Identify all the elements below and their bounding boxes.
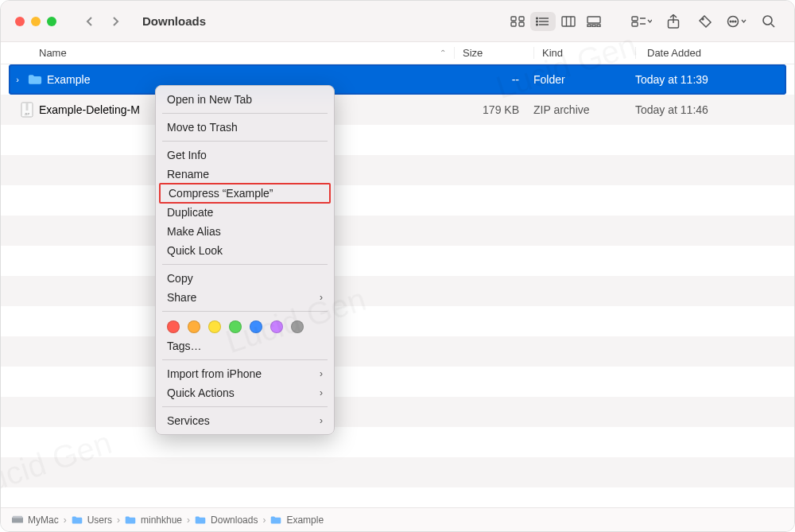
tag-purple[interactable]	[270, 320, 283, 333]
svg-rect-30	[26, 103, 29, 111]
column-view-button[interactable]	[556, 12, 581, 31]
icon-view-button[interactable]	[505, 12, 530, 31]
sort-ascending-icon: ⌃	[440, 49, 446, 57]
svg-rect-10	[562, 17, 575, 26]
menu-import-iphone[interactable]: Import from iPhone›	[156, 364, 334, 383]
view-mode-group	[505, 12, 607, 31]
svg-rect-3	[519, 22, 524, 26]
close-window-button[interactable]	[15, 17, 25, 26]
tag-yellow[interactable]	[208, 320, 221, 333]
folder-icon	[26, 74, 44, 85]
window-title: Downloads	[142, 14, 206, 28]
svg-rect-1	[519, 17, 524, 21]
menu-share[interactable]: Share›	[156, 288, 334, 307]
path-separator-icon: ›	[187, 515, 190, 526]
path-crumb[interactable]: Downloads	[195, 515, 258, 526]
tag-red[interactable]	[167, 320, 180, 333]
path-separator-icon: ›	[262, 515, 266, 526]
annotation-highlight: Compress “Example”	[159, 183, 331, 204]
share-button[interactable]	[662, 14, 684, 29]
tag-green[interactable]	[229, 320, 242, 333]
menu-tags[interactable]: Tags…	[156, 336, 334, 355]
svg-point-22	[702, 18, 704, 20]
path-bar: MyMac › Users › minhkhue › Downloads › E…	[1, 507, 794, 531]
file-list: › Example -- Folder Today at 11:39 ZIP E…	[1, 64, 794, 125]
menu-get-info[interactable]: Get Info	[156, 146, 334, 165]
submenu-chevron-icon: ›	[320, 386, 323, 400]
submenu-chevron-icon: ›	[320, 414, 323, 428]
menu-rename[interactable]: Rename	[156, 165, 334, 184]
tags-button[interactable]	[694, 14, 716, 29]
tag-orange[interactable]	[188, 320, 200, 333]
path-crumb[interactable]: Example	[270, 515, 324, 526]
file-kind: Folder	[533, 73, 635, 86]
svg-rect-16	[597, 25, 600, 27]
path-crumb[interactable]: Users	[72, 515, 112, 526]
tag-color-row	[156, 316, 334, 336]
file-size: 179 KB	[454, 103, 533, 116]
svg-rect-32	[12, 517, 23, 522]
menu-quick-look[interactable]: Quick Look	[156, 241, 334, 260]
file-size: --	[454, 73, 533, 86]
svg-rect-14	[588, 25, 591, 27]
minimize-window-button[interactable]	[31, 17, 41, 26]
menu-open-new-tab[interactable]: Open in New Tab	[156, 90, 334, 109]
disclosure-triangle[interactable]: ›	[9, 75, 26, 84]
zip-file-icon: ZIP	[18, 102, 36, 118]
column-headers: Name ⌃ Size Kind Date Added	[1, 42, 794, 64]
path-separator-icon: ›	[64, 515, 67, 526]
file-date: Today at 11:46	[635, 103, 794, 116]
svg-point-27	[763, 16, 772, 25]
svg-point-7	[537, 17, 538, 19]
search-button[interactable]	[758, 14, 780, 29]
tag-blue[interactable]	[250, 320, 262, 333]
tag-gray[interactable]	[291, 320, 304, 333]
column-header-size[interactable]: Size	[454, 47, 533, 59]
group-by-button[interactable]	[630, 15, 653, 28]
svg-rect-13	[588, 17, 600, 23]
file-kind: ZIP archive	[533, 103, 635, 116]
file-name: Example	[44, 73, 454, 86]
menu-make-alias[interactable]: Make Alias	[156, 222, 334, 241]
svg-point-8	[537, 21, 538, 22]
path-crumb[interactable]: minhkhue	[125, 515, 182, 526]
svg-rect-33	[13, 515, 22, 518]
column-header-name[interactable]: Name ⌃	[1, 47, 454, 59]
file-row-selected[interactable]: › Example -- Folder Today at 11:39	[9, 64, 786, 95]
svg-rect-15	[592, 25, 595, 27]
column-header-date[interactable]: Date Added	[635, 47, 794, 59]
submenu-chevron-icon: ›	[320, 290, 323, 305]
column-name-label: Name	[39, 47, 67, 59]
context-menu: Open in New Tab Move to Trash Get Info R…	[155, 85, 335, 435]
file-row[interactable]: ZIP Example-Deleting-M 179 KB ZIP archiv…	[1, 95, 794, 125]
menu-services[interactable]: Services›	[156, 411, 334, 430]
svg-point-25	[732, 21, 734, 22]
svg-text:ZIP: ZIP	[25, 112, 30, 116]
zoom-window-button[interactable]	[47, 17, 56, 26]
menu-compress[interactable]: Compress “Example”	[161, 184, 329, 202]
forward-button[interactable]	[109, 15, 122, 28]
gallery-view-button[interactable]	[581, 12, 607, 31]
svg-point-24	[730, 21, 731, 22]
menu-copy[interactable]: Copy	[156, 269, 334, 288]
svg-line-28	[771, 24, 774, 27]
svg-rect-17	[632, 17, 638, 21]
svg-rect-2	[511, 22, 516, 26]
list-view-button[interactable]	[530, 12, 556, 31]
list-background	[1, 64, 794, 487]
menu-move-to-trash[interactable]: Move to Trash	[156, 118, 334, 137]
svg-rect-0	[511, 17, 516, 21]
back-button[interactable]	[83, 15, 96, 28]
submenu-chevron-icon: ›	[320, 367, 323, 381]
path-separator-icon: ›	[117, 515, 120, 526]
action-menu-button[interactable]	[726, 15, 748, 28]
svg-rect-18	[632, 22, 638, 26]
menu-duplicate[interactable]: Duplicate	[156, 203, 334, 222]
window-titlebar: Downloads	[1, 1, 794, 42]
file-date: Today at 11:39	[635, 73, 786, 86]
svg-point-9	[537, 24, 538, 25]
path-crumb-root[interactable]: MyMac	[12, 515, 59, 526]
column-header-kind[interactable]: Kind	[533, 47, 635, 59]
menu-quick-actions[interactable]: Quick Actions›	[156, 383, 334, 402]
svg-point-26	[735, 21, 736, 22]
